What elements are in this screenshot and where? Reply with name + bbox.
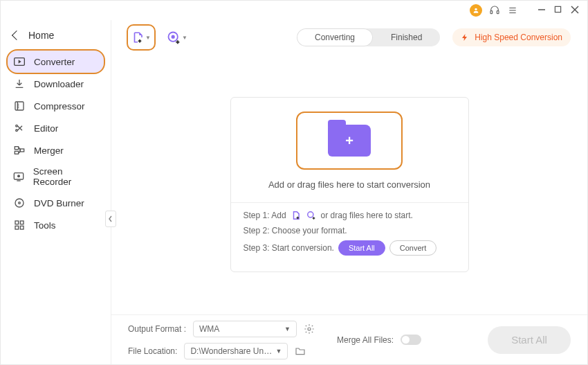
chevron-down-icon: ▼: [275, 348, 282, 355]
step-2: Step 2: Choose your format.: [244, 226, 456, 235]
svg-rect-17: [20, 149, 24, 152]
chevron-left-icon: [12, 30, 21, 40]
svg-point-20: [15, 199, 24, 207]
svg-point-14: [16, 130, 18, 132]
editor-icon: [13, 122, 26, 134]
svg-rect-15: [15, 147, 18, 150]
chevron-down-icon: ▼: [182, 35, 187, 41]
tab-converting[interactable]: Converting: [297, 28, 373, 46]
add-dvd-button[interactable]: ▼: [164, 26, 190, 49]
svg-rect-23: [20, 221, 24, 224]
sidebar-item-dvd-burner[interactable]: DVD Burner: [1, 192, 111, 214]
merger-icon: [13, 144, 26, 157]
sidebar-item-tools[interactable]: Tools: [1, 214, 111, 236]
chevron-down-icon: ▼: [145, 35, 151, 41]
step3-text: Step 3: Start conversion.: [244, 243, 334, 253]
step-1: Step 1: Add or drag files here to start.: [244, 210, 456, 221]
svg-marker-11: [19, 60, 21, 63]
minimize-icon[interactable]: [538, 6, 547, 15]
file-location-select[interactable]: D:\Wondershare UniConverter 1 ▼: [184, 343, 288, 359]
svg-rect-12: [15, 102, 24, 110]
output-format-select[interactable]: WMA ▼: [193, 321, 297, 337]
sidebar-item-label: DVD Burner: [34, 198, 84, 208]
home-label: Home: [28, 30, 54, 41]
sidebar-item-screen-recorder[interactable]: Screen Recorder: [1, 161, 111, 192]
step1-suffix: or drag files here to start.: [321, 211, 413, 220]
tools-icon: [13, 219, 26, 231]
dvd-burner-icon: [13, 197, 26, 209]
svg-point-19: [17, 175, 20, 177]
sidebar-collapse-button[interactable]: [105, 211, 116, 227]
main-panel: ▼ ▼ Converting Finished High Speed Conve…: [111, 20, 587, 364]
merge-toggle[interactable]: [401, 335, 421, 345]
hamburger-icon[interactable]: [507, 5, 518, 16]
settings-icon[interactable]: [304, 323, 315, 335]
step1-prefix: Step 1: Add: [244, 211, 286, 220]
svg-rect-24: [15, 226, 19, 229]
close-icon[interactable]: [571, 6, 580, 15]
svg-point-28: [307, 212, 313, 217]
maximize-icon[interactable]: [554, 6, 564, 15]
app-window: Home Converter Downloader Compressor Edi…: [0, 0, 588, 365]
downloader-icon: [13, 78, 26, 90]
high-speed-conversion-badge[interactable]: High Speed Conversion: [452, 28, 571, 46]
screen-recorder-icon: [13, 170, 25, 183]
folder-plus-icon: +: [328, 125, 371, 157]
drop-caption: Add or drag files here to start conversi…: [239, 179, 460, 190]
headset-icon[interactable]: [489, 5, 500, 16]
convert-button[interactable]: Convert: [389, 240, 437, 256]
file-location-value: D:\Wondershare UniConverter 1: [190, 346, 273, 356]
svg-rect-16: [15, 151, 18, 154]
merge-label: Merge All Files:: [337, 335, 394, 345]
titlebar: [1, 1, 587, 20]
sidebar-item-converter[interactable]: Converter: [8, 51, 104, 73]
sidebar-item-compressor[interactable]: Compressor: [1, 95, 111, 117]
open-folder-icon[interactable]: [295, 346, 306, 357]
drop-zone[interactable]: +: [297, 113, 401, 168]
svg-point-27: [172, 36, 174, 38]
start-all-button[interactable]: Start All: [338, 240, 385, 256]
bolt-icon: [461, 33, 469, 42]
sidebar-item-label: Downloader: [34, 79, 84, 89]
chevron-down-icon: ▼: [284, 326, 291, 332]
tab-finished[interactable]: Finished: [373, 28, 440, 46]
user-avatar-icon[interactable]: [470, 4, 482, 17]
home-nav[interactable]: Home: [1, 26, 111, 51]
svg-point-29: [308, 328, 311, 330]
sidebar-item-merger[interactable]: Merger: [1, 139, 111, 161]
svg-point-0: [475, 8, 477, 10]
tab-switch: Converting Finished: [297, 28, 440, 46]
sidebar-item-label: Compressor: [34, 101, 85, 112]
sidebar-item-label: Screen Recorder: [33, 166, 98, 187]
toolbar: ▼ ▼ Converting Finished High Speed Conve…: [111, 20, 587, 55]
steps: Step 1: Add or drag files here to start.…: [239, 210, 460, 256]
svg-rect-25: [20, 226, 24, 229]
start-all-footer-button[interactable]: Start All: [488, 326, 571, 354]
svg-rect-22: [15, 221, 19, 224]
svg-point-21: [19, 202, 21, 204]
compressor-icon: [13, 100, 26, 112]
svg-rect-2: [497, 11, 499, 14]
output-format-value: WMA: [199, 324, 219, 334]
add-file-icon: [291, 210, 302, 221]
svg-rect-7: [555, 6, 560, 12]
step-3: Step 3: Start conversion. Start All Conv…: [244, 240, 456, 256]
hsc-label: High Speed Conversion: [475, 33, 562, 42]
drop-card: + Add or drag files here to start conver…: [230, 97, 469, 272]
footer: Output Format : WMA ▼ File Location: D:\…: [111, 314, 587, 364]
svg-rect-1: [490, 11, 493, 14]
sidebar: Home Converter Downloader Compressor Edi…: [1, 20, 111, 364]
body: Home Converter Downloader Compressor Edi…: [1, 20, 587, 364]
sidebar-item-label: Tools: [34, 220, 56, 231]
converter-icon: [13, 55, 26, 68]
add-file-button[interactable]: ▼: [128, 26, 154, 49]
sidebar-item-editor[interactable]: Editor: [1, 117, 111, 139]
file-location-label: File Location:: [128, 346, 177, 356]
add-dvd-icon: [306, 210, 317, 221]
sidebar-item-label: Merger: [34, 145, 64, 156]
svg-point-13: [16, 125, 18, 127]
output-format-label: Output Format :: [128, 324, 186, 334]
sidebar-item-label: Converter: [34, 57, 75, 67]
sidebar-item-downloader[interactable]: Downloader: [1, 73, 111, 95]
drop-area: + Add or drag files here to start conver…: [111, 55, 587, 314]
